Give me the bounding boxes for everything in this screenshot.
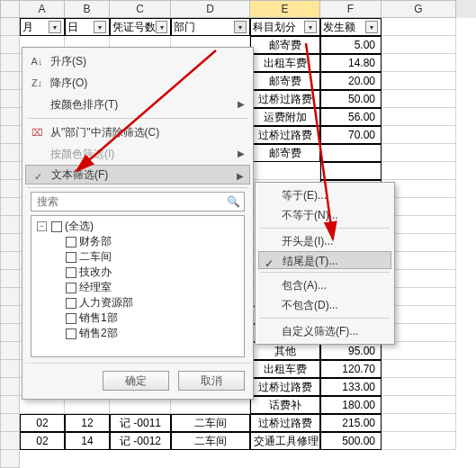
- cell-F[interactable]: 95.00: [320, 342, 382, 360]
- checkbox[interactable]: [66, 283, 76, 293]
- header-amount[interactable]: 发生额▾: [320, 18, 382, 36]
- cell-E[interactable]: 过桥过路费: [250, 126, 320, 144]
- cell-C[interactable]: 记 -0011: [110, 414, 171, 432]
- cell-A[interactable]: 02: [20, 414, 65, 432]
- equals-item[interactable]: 等于(E)...: [258, 185, 391, 205]
- filter-values-tree[interactable]: −(全选)财务部二车间技改办经理室人力资源部销售1部销售2部: [31, 215, 245, 357]
- cell-F[interactable]: 500.00: [320, 432, 382, 450]
- filter-value-item[interactable]: 经理室: [33, 280, 242, 295]
- checkbox[interactable]: [66, 298, 76, 309]
- row-head[interactable]: [0, 72, 20, 90]
- row-head[interactable]: [0, 126, 20, 144]
- not-equals-item[interactable]: 不等于(N)...: [258, 205, 391, 225]
- cell-G[interactable]: [382, 144, 456, 162]
- select-all-corner[interactable]: [0, 0, 20, 18]
- cell-E[interactable]: 运费附加: [250, 108, 320, 126]
- row-head[interactable]: [0, 450, 20, 468]
- filter-value-item[interactable]: 技改办: [33, 265, 242, 280]
- row-head[interactable]: [0, 108, 20, 126]
- cell-B[interactable]: 12: [65, 414, 110, 432]
- cell-C[interactable]: 记 -0012: [110, 432, 171, 450]
- filter-active-icon[interactable]: ▾: [234, 21, 247, 33]
- row-head[interactable]: [0, 252, 20, 270]
- col-F[interactable]: F: [320, 0, 382, 18]
- col-A[interactable]: A: [20, 0, 65, 18]
- cell-E[interactable]: 邮寄费: [250, 36, 320, 54]
- filter-value-item[interactable]: 销售1部: [33, 310, 242, 326]
- custom-filter-item[interactable]: 自定义筛选(F)...: [258, 321, 391, 341]
- cell-F[interactable]: 5.00: [320, 36, 382, 54]
- clear-filter[interactable]: ⌧ 从"部门"中清除筛选(C): [25, 122, 250, 143]
- row-head[interactable]: [0, 234, 20, 252]
- sort-desc[interactable]: Z↓ 降序(O): [25, 72, 250, 94]
- filter-value-item[interactable]: 销售2部: [33, 326, 242, 341]
- cell-G[interactable]: [382, 360, 456, 378]
- cell-F[interactable]: 133.00: [320, 378, 382, 396]
- row-head[interactable]: [0, 432, 20, 450]
- header-voucher[interactable]: 凭证号数▾: [110, 18, 171, 36]
- checkbox[interactable]: [66, 252, 76, 263]
- cell-G[interactable]: [382, 396, 456, 414]
- row-head[interactable]: [0, 270, 20, 288]
- cancel-button[interactable]: 取消: [178, 371, 245, 391]
- search-input[interactable]: [35, 194, 223, 209]
- row-head[interactable]: [0, 198, 20, 216]
- cell-G[interactable]: [382, 126, 456, 144]
- cell-E[interactable]: 邮寄费: [250, 144, 320, 162]
- row-head[interactable]: [0, 360, 20, 378]
- cell-E[interactable]: 邮寄费: [250, 72, 320, 90]
- cell-B[interactable]: 14: [65, 432, 110, 450]
- filter-value-item[interactable]: 人力资源部: [33, 295, 242, 310]
- checkbox[interactable]: [66, 237, 76, 248]
- checkbox[interactable]: [66, 267, 76, 278]
- cell-G[interactable]: [382, 108, 456, 126]
- checkbox[interactable]: [66, 313, 76, 324]
- header-day[interactable]: 日▾: [65, 18, 110, 36]
- header-dept[interactable]: 部门▾: [171, 18, 250, 36]
- col-C[interactable]: C: [110, 0, 171, 18]
- col-G[interactable]: G: [382, 0, 456, 18]
- contains-item[interactable]: 包含(A)...: [258, 275, 391, 295]
- filter-dropdown-icon[interactable]: ▾: [304, 21, 317, 33]
- cell-G[interactable]: [382, 414, 456, 432]
- sort-by-color[interactable]: 按颜色排序(T) ▶: [25, 94, 250, 115]
- header-month[interactable]: 月▾: [20, 18, 65, 36]
- cell-E[interactable]: 出租车费: [250, 54, 320, 72]
- cell-F[interactable]: 14.80: [320, 54, 382, 72]
- col-B[interactable]: B: [65, 0, 110, 18]
- filter-value-item[interactable]: 财务部: [33, 234, 242, 249]
- row-head[interactable]: [0, 216, 20, 234]
- text-filter[interactable]: ✓ 文本筛选(F) ▶: [25, 165, 250, 184]
- row-head[interactable]: [0, 180, 20, 198]
- cell-D[interactable]: 二车间: [171, 432, 250, 450]
- col-D[interactable]: D: [171, 0, 250, 18]
- row-head[interactable]: [0, 36, 20, 54]
- header-subject[interactable]: 科目划分▾: [250, 18, 320, 36]
- cell-G[interactable]: [382, 54, 456, 72]
- ok-button[interactable]: 确定: [103, 371, 169, 391]
- row-head[interactable]: [0, 90, 20, 108]
- cell-F[interactable]: 215.00: [320, 414, 382, 432]
- ends-with-item[interactable]: ✓ 结尾是(T)...: [258, 251, 391, 269]
- col-E[interactable]: E: [250, 0, 320, 18]
- cell-D[interactable]: 二车间: [171, 414, 250, 432]
- filter-dropdown-icon[interactable]: ▾: [365, 21, 378, 33]
- cell-G[interactable]: [382, 36, 456, 54]
- row-head[interactable]: [0, 54, 20, 72]
- row-head[interactable]: [0, 306, 20, 324]
- cell-E[interactable]: 话费补: [250, 396, 320, 414]
- filter-value-item[interactable]: 二车间: [33, 249, 242, 265]
- cell-G[interactable]: [382, 72, 456, 90]
- cell-F[interactable]: 56.00: [320, 108, 382, 126]
- filter-value-item[interactable]: −(全选): [33, 219, 242, 234]
- cell-E[interactable]: 出租车费: [250, 360, 320, 378]
- cell-G[interactable]: [382, 432, 456, 450]
- filter-dropdown-icon[interactable]: ▾: [49, 21, 61, 33]
- filter-dropdown-icon[interactable]: ▾: [156, 21, 167, 33]
- cell-F[interactable]: [320, 162, 382, 180]
- cell-F[interactable]: 20.00: [320, 72, 382, 90]
- cell-F[interactable]: [320, 144, 382, 162]
- row-head[interactable]: [0, 378, 20, 396]
- row-head[interactable]: [0, 324, 20, 342]
- collapse-icon[interactable]: −: [37, 221, 47, 231]
